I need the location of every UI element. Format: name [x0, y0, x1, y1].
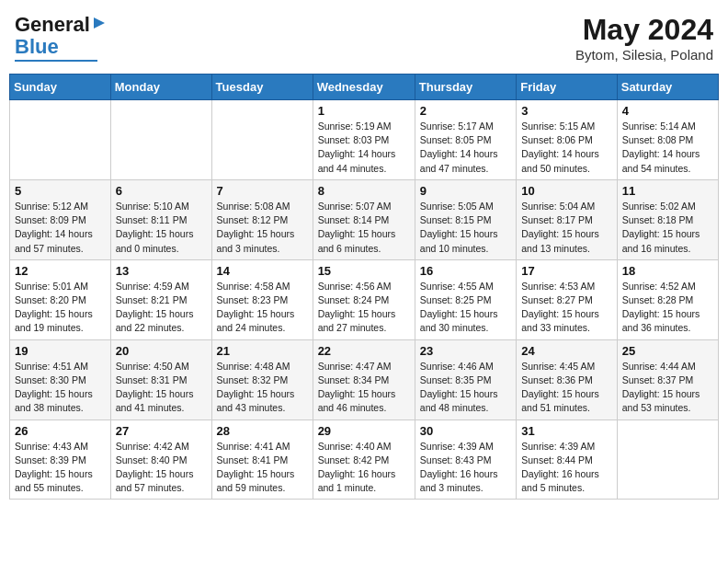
day-number: 11	[622, 184, 713, 198]
day-number: 19	[15, 344, 106, 358]
weekday-header-sunday: Sunday	[10, 75, 111, 100]
calendar-cell: 26Sunrise: 4:43 AM Sunset: 8:39 PM Dayli…	[10, 419, 111, 500]
day-info: Sunrise: 5:02 AM Sunset: 8:18 PM Dayligh…	[622, 200, 713, 256]
day-info: Sunrise: 5:07 AM Sunset: 8:14 PM Dayligh…	[318, 200, 410, 256]
day-number: 1	[318, 104, 410, 118]
main-title: May 2024	[575, 13, 713, 47]
day-number: 17	[521, 264, 612, 278]
calendar-cell: 7Sunrise: 5:08 AM Sunset: 8:12 PM Daylig…	[211, 179, 313, 259]
day-info: Sunrise: 4:45 AM Sunset: 8:36 PM Dayligh…	[521, 360, 612, 416]
day-info: Sunrise: 4:42 AM Sunset: 8:40 PM Dayligh…	[116, 440, 207, 496]
calendar-cell: 12Sunrise: 5:01 AM Sunset: 8:20 PM Dayli…	[10, 259, 111, 339]
day-info: Sunrise: 5:15 AM Sunset: 8:06 PM Dayligh…	[521, 120, 612, 176]
day-number: 30	[420, 424, 511, 438]
day-info: Sunrise: 4:41 AM Sunset: 8:41 PM Dayligh…	[217, 440, 308, 496]
day-number: 6	[116, 184, 207, 198]
calendar-cell: 30Sunrise: 4:39 AM Sunset: 8:43 PM Dayli…	[415, 419, 516, 500]
page-header: General Blue May 2024 Bytom, Silesia, Po…	[9, 9, 719, 66]
weekday-header-row: SundayMondayTuesdayWednesdayThursdayFrid…	[10, 75, 719, 100]
day-info: Sunrise: 4:47 AM Sunset: 8:34 PM Dayligh…	[318, 360, 410, 416]
day-info: Sunrise: 5:14 AM Sunset: 8:08 PM Dayligh…	[622, 120, 713, 176]
day-number: 15	[318, 264, 410, 278]
calendar-table: SundayMondayTuesdayWednesdayThursdayFrid…	[9, 74, 719, 500]
calendar-cell: 8Sunrise: 5:07 AM Sunset: 8:14 PM Daylig…	[313, 179, 415, 259]
day-info: Sunrise: 4:51 AM Sunset: 8:30 PM Dayligh…	[15, 360, 106, 416]
day-number: 13	[116, 264, 207, 278]
calendar-week-1: 1Sunrise: 5:19 AM Sunset: 8:03 PM Daylig…	[10, 100, 719, 180]
calendar-cell: 24Sunrise: 4:45 AM Sunset: 8:36 PM Dayli…	[517, 339, 618, 419]
day-info: Sunrise: 5:17 AM Sunset: 8:05 PM Dayligh…	[420, 120, 511, 176]
day-number: 12	[15, 264, 106, 278]
day-number: 16	[420, 264, 511, 278]
day-number: 4	[622, 104, 713, 118]
calendar-cell: 25Sunrise: 4:44 AM Sunset: 8:37 PM Dayli…	[617, 339, 718, 419]
day-number: 8	[318, 184, 410, 198]
day-info: Sunrise: 4:52 AM Sunset: 8:28 PM Dayligh…	[622, 280, 713, 336]
day-info: Sunrise: 4:55 AM Sunset: 8:25 PM Dayligh…	[420, 280, 511, 336]
logo: General Blue	[15, 13, 107, 62]
calendar-cell: 28Sunrise: 4:41 AM Sunset: 8:41 PM Dayli…	[211, 419, 313, 500]
day-number: 28	[217, 424, 308, 438]
weekday-header-friday: Friday	[517, 75, 618, 100]
calendar-week-4: 19Sunrise: 4:51 AM Sunset: 8:30 PM Dayli…	[10, 339, 719, 419]
weekday-header-thursday: Thursday	[415, 75, 516, 100]
day-info: Sunrise: 5:04 AM Sunset: 8:17 PM Dayligh…	[521, 200, 612, 256]
calendar-cell: 15Sunrise: 4:56 AM Sunset: 8:24 PM Dayli…	[313, 259, 415, 339]
day-number: 24	[521, 344, 612, 358]
calendar-cell	[211, 100, 313, 180]
calendar-cell: 19Sunrise: 4:51 AM Sunset: 8:30 PM Dayli…	[10, 339, 111, 419]
logo-blue: Blue	[15, 35, 59, 59]
day-number: 7	[217, 184, 308, 198]
logo-general: General	[15, 13, 90, 37]
day-number: 21	[217, 344, 308, 358]
weekday-header-saturday: Saturday	[617, 75, 718, 100]
day-number: 20	[116, 344, 207, 358]
calendar-cell: 6Sunrise: 5:10 AM Sunset: 8:11 PM Daylig…	[110, 179, 211, 259]
day-info: Sunrise: 5:05 AM Sunset: 8:15 PM Dayligh…	[420, 200, 511, 256]
day-info: Sunrise: 4:50 AM Sunset: 8:31 PM Dayligh…	[116, 360, 207, 416]
calendar-cell: 27Sunrise: 4:42 AM Sunset: 8:40 PM Dayli…	[110, 419, 211, 500]
day-info: Sunrise: 4:48 AM Sunset: 8:32 PM Dayligh…	[217, 360, 308, 416]
calendar-cell: 9Sunrise: 5:05 AM Sunset: 8:15 PM Daylig…	[415, 179, 516, 259]
day-info: Sunrise: 4:39 AM Sunset: 8:44 PM Dayligh…	[521, 440, 612, 496]
day-info: Sunrise: 4:53 AM Sunset: 8:27 PM Dayligh…	[521, 280, 612, 336]
day-number: 26	[15, 424, 106, 438]
calendar-cell: 10Sunrise: 5:04 AM Sunset: 8:17 PM Dayli…	[517, 179, 618, 259]
day-info: Sunrise: 4:40 AM Sunset: 8:42 PM Dayligh…	[318, 440, 410, 496]
day-info: Sunrise: 5:19 AM Sunset: 8:03 PM Dayligh…	[318, 120, 410, 176]
day-info: Sunrise: 5:01 AM Sunset: 8:20 PM Dayligh…	[15, 280, 106, 336]
calendar-cell: 5Sunrise: 5:12 AM Sunset: 8:09 PM Daylig…	[10, 179, 111, 259]
day-info: Sunrise: 4:56 AM Sunset: 8:24 PM Dayligh…	[318, 280, 410, 336]
day-number: 5	[15, 184, 106, 198]
day-info: Sunrise: 4:44 AM Sunset: 8:37 PM Dayligh…	[622, 360, 713, 416]
calendar-cell: 29Sunrise: 4:40 AM Sunset: 8:42 PM Dayli…	[313, 419, 415, 500]
day-number: 18	[622, 264, 713, 278]
day-info: Sunrise: 5:10 AM Sunset: 8:11 PM Dayligh…	[116, 200, 207, 256]
day-number: 2	[420, 104, 511, 118]
day-info: Sunrise: 4:39 AM Sunset: 8:43 PM Dayligh…	[420, 440, 511, 496]
calendar-cell: 21Sunrise: 4:48 AM Sunset: 8:32 PM Dayli…	[211, 339, 313, 419]
calendar-cell: 4Sunrise: 5:14 AM Sunset: 8:08 PM Daylig…	[617, 100, 718, 180]
calendar-body: 1Sunrise: 5:19 AM Sunset: 8:03 PM Daylig…	[10, 100, 719, 500]
day-number: 14	[217, 264, 308, 278]
calendar-cell: 16Sunrise: 4:55 AM Sunset: 8:25 PM Dayli…	[415, 259, 516, 339]
day-number: 3	[521, 104, 612, 118]
calendar-cell: 1Sunrise: 5:19 AM Sunset: 8:03 PM Daylig…	[313, 100, 415, 180]
day-number: 31	[521, 424, 612, 438]
day-number: 29	[318, 424, 410, 438]
day-number: 22	[318, 344, 410, 358]
weekday-header-wednesday: Wednesday	[313, 75, 415, 100]
logo-arrow-icon	[92, 16, 107, 34]
weekday-header-tuesday: Tuesday	[211, 75, 313, 100]
calendar-week-5: 26Sunrise: 4:43 AM Sunset: 8:39 PM Dayli…	[10, 419, 719, 500]
calendar-cell	[617, 419, 718, 500]
day-number: 10	[521, 184, 612, 198]
logo-underline	[15, 60, 97, 62]
calendar-cell: 13Sunrise: 4:59 AM Sunset: 8:21 PM Dayli…	[110, 259, 211, 339]
calendar-cell: 23Sunrise: 4:46 AM Sunset: 8:35 PM Dayli…	[415, 339, 516, 419]
day-number: 9	[420, 184, 511, 198]
calendar-cell: 31Sunrise: 4:39 AM Sunset: 8:44 PM Dayli…	[517, 419, 618, 500]
calendar-cell: 11Sunrise: 5:02 AM Sunset: 8:18 PM Dayli…	[617, 179, 718, 259]
day-info: Sunrise: 4:43 AM Sunset: 8:39 PM Dayligh…	[15, 440, 106, 496]
subtitle: Bytom, Silesia, Poland	[575, 47, 713, 63]
